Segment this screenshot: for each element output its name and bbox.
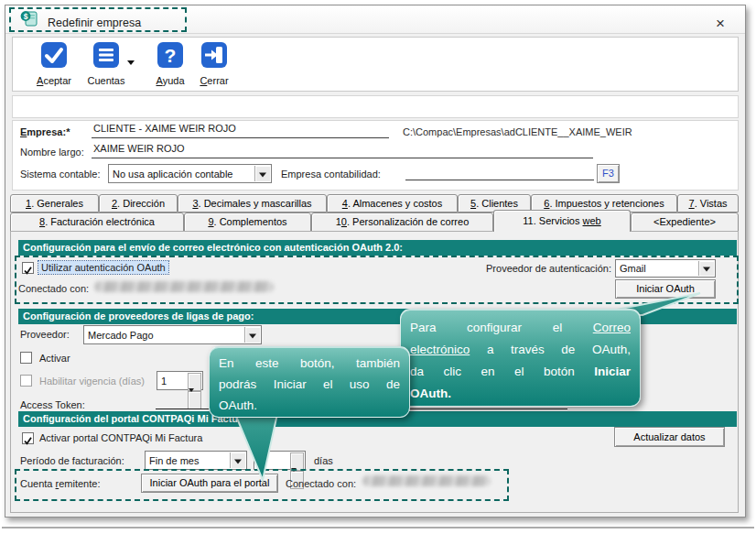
empresa-contabilidad-label: Empresa contabilidad:	[281, 169, 381, 180]
tab-personalizacion[interactable]: 10. Personalización de correo	[311, 213, 493, 232]
check-icon	[40, 41, 68, 69]
accept-button[interactable]: Aceptar	[28, 41, 80, 89]
empresa-label: Empresa:*	[20, 126, 70, 137]
tab-complementos[interactable]: 9. Complementos	[184, 213, 311, 232]
vigencia-spinner[interactable]: 1	[157, 371, 203, 390]
portal-activar-label: Activar portal CONTPAQi Mi Factura	[39, 432, 202, 443]
vigencia-label: Habilitar vigencia (días)	[39, 376, 145, 387]
accounts-icon	[92, 41, 120, 69]
sistema-contable-label: Sistema contable:	[20, 169, 100, 180]
cuenta-remitente-label: Cuenta remitente:	[20, 478, 100, 489]
close-app-button[interactable]: Cerrar	[189, 41, 240, 89]
accounts-label: Cuentas	[81, 75, 132, 86]
chevron-down-icon[interactable]	[698, 261, 714, 276]
activar-label: Activar	[39, 353, 70, 364]
empresa-contabilidad-field[interactable]	[405, 165, 594, 180]
auth-provider-label: Proveedor de autenticación:	[458, 263, 611, 274]
chevron-down-icon[interactable]	[254, 166, 270, 181]
actualizar-datos-button[interactable]: Actualizar datos	[614, 427, 725, 447]
checkmark-icon	[23, 266, 33, 276]
payment-provider-label: Proveedor:	[20, 329, 70, 340]
oauth-section-header: Configuración para el envío de correo el…	[18, 240, 737, 256]
periodo-select[interactable]: Fin de mes	[145, 451, 247, 470]
close-icon[interactable]: ×	[708, 13, 732, 35]
tab-expediente[interactable]: <Expediente>	[631, 213, 739, 232]
use-oauth-checkbox[interactable]	[22, 262, 34, 274]
nombre-largo-field[interactable]: XAIME WEIR ROJO	[92, 143, 593, 158]
tooltip-button-info: En este botón, también podrás Iniciar el…	[209, 346, 410, 418]
window-title: Redefinir empresa	[48, 16, 141, 29]
screenshot-stage: $ Redefinir empresa × Aceptar Cuentas ? …	[0, 0, 756, 534]
nombre-largo-label: Nombre largo:	[20, 147, 84, 158]
connected-with-label: Conectado con:	[18, 283, 89, 294]
portal-oauth-button[interactable]: Iniciar OAuth para el portal	[141, 474, 278, 493]
close-app-label: Cerrar	[189, 75, 240, 86]
dias-label: días	[314, 455, 333, 466]
tab-almacenes[interactable]: 4. Almacenes y costos	[327, 194, 458, 213]
accounts-button[interactable]: Cuentas	[81, 41, 132, 89]
chevron-down-icon[interactable]	[244, 327, 260, 343]
tab-decimales[interactable]: 3. Decimales y mascarillas	[178, 194, 327, 213]
empresa-field[interactable]: CLIENTE - XAIME WEIR ROJO	[92, 123, 389, 138]
f3-button[interactable]: F3	[597, 164, 620, 183]
tab-vistas[interactable]: 7. Vistas	[677, 194, 739, 213]
help-icon: ?	[157, 41, 184, 69]
tooltip-oauth-info: Para configurar el Correo electrónico a …	[400, 309, 641, 407]
svg-text:$: $	[24, 12, 28, 21]
chevron-down-icon[interactable]	[230, 452, 245, 468]
sistema-contable-select[interactable]: No usa aplicación contable	[108, 164, 272, 183]
auth-provider-select[interactable]: Gmail	[615, 259, 716, 278]
tab-generales[interactable]: 1. Generales	[10, 194, 99, 213]
periodo-label: Período de facturación:	[20, 455, 124, 466]
accounts-dropdown-arrow-icon[interactable]	[127, 60, 135, 65]
company-path: C:\Compac\Empresas\adCLIENTE__XAIME_WEIR	[403, 126, 632, 137]
vigencia-checkbox[interactable]	[20, 375, 32, 387]
use-oauth-label[interactable]: Utilizar autenticación OAuth	[38, 261, 168, 274]
portal-checkbox[interactable]	[22, 432, 34, 444]
exit-icon	[200, 41, 228, 69]
payment-provider-select[interactable]: Mercado Pago	[83, 325, 262, 344]
blank-strip	[12, 95, 739, 118]
svg-text:?: ?	[165, 45, 177, 66]
access-token-label: Access Token:	[20, 399, 85, 410]
app-icon: $	[20, 10, 38, 27]
redacted-account-text	[362, 475, 491, 486]
redacted-account-text	[94, 281, 274, 292]
tab-servicios-web[interactable]: 11. Servicios web	[493, 210, 631, 232]
title-bar: $ Redefinir empresa ×	[5, 5, 745, 34]
activar-checkbox[interactable]	[20, 352, 32, 364]
checkmark-icon	[23, 436, 33, 446]
accept-label: Aceptar	[28, 75, 80, 86]
portal-connected-label: Conectado con:	[286, 478, 356, 489]
dias-spinner[interactable]: 1	[254, 451, 306, 470]
start-oauth-button[interactable]: Iniciar OAuth	[615, 279, 716, 299]
tab-facturacion[interactable]: 8. Facturación electrónica	[10, 213, 184, 232]
tab-direccion[interactable]: 2. Dirección	[99, 194, 178, 213]
outer-window-edge	[2, 527, 754, 529]
